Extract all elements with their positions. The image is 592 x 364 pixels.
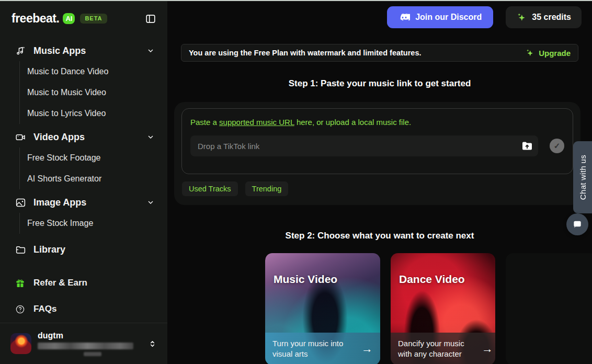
user-menu[interactable]: dugtm — [0, 323, 167, 364]
sidebar-item-label: FAQs — [33, 304, 56, 314]
app-window: freebeat. AI BETA Music Apps — [0, 0, 592, 364]
upgrade-link[interactable]: Upgrade — [525, 48, 571, 58]
check-icon: ✓ — [554, 141, 561, 151]
partially-visible-card[interactable] — [506, 253, 592, 364]
card-footer: Dancify your music with any character → — [391, 333, 495, 364]
music-apps-sublist: Music to Dance Video Music to Music Vide… — [19, 61, 167, 124]
paste-hint: Paste a supported music URL here, or upl… — [190, 118, 564, 127]
credits-label: 35 credits — [532, 13, 571, 22]
section-label: Music Apps — [33, 46, 86, 56]
step2-heading: Step 2: Choose what you want to create n… — [167, 231, 592, 241]
used-tracks-button[interactable]: Used Tracks — [182, 181, 238, 196]
video-camera-icon — [15, 131, 26, 143]
upgrade-label: Upgrade — [539, 49, 571, 58]
panel-left-icon — [145, 13, 156, 25]
sidebar-item-ai-shorts-generator[interactable]: AI Shorts Generator — [20, 168, 167, 189]
gift-icon — [15, 278, 25, 288]
chevron-down-icon — [146, 47, 155, 55]
top-edge-line — [0, 0, 592, 1]
banner-text: You are using the Free Plan with waterma… — [189, 49, 422, 57]
music-video-card[interactable]: Music Video Turn your music into visual … — [265, 253, 380, 364]
arrow-right-icon: → — [482, 342, 493, 356]
brand-logo: freebeat. — [12, 12, 59, 26]
submit-link-button[interactable]: ✓ — [550, 139, 564, 153]
sidebar-item-label: Library — [33, 244, 65, 255]
card-description: Turn your music into visual arts — [272, 338, 351, 360]
user-name: dugtm — [38, 331, 148, 340]
credits-button[interactable]: 35 credits — [506, 6, 582, 28]
main-content: Join our Discord 35 credits You are usin… — [167, 1, 592, 364]
music-link-input-row: ✓ — [190, 135, 564, 156]
trending-button[interactable]: Trending — [245, 181, 289, 196]
card-title: Music Video — [274, 273, 337, 286]
sidebar-secondary-group: Refer & Earn FAQs — [0, 272, 167, 320]
hint-prefix: Paste a — [190, 118, 219, 127]
sidebar-item-label: Refer & Earn — [33, 278, 87, 288]
sidebar-item-free-stock-image[interactable]: Free Stock Image — [20, 213, 167, 234]
sidebar-item-faqs[interactable]: FAQs — [0, 299, 167, 320]
avatar — [10, 333, 31, 354]
sparkle-icon — [525, 48, 534, 58]
sidebar-section-music-apps[interactable]: Music Apps — [0, 40, 167, 61]
chat-bubble-icon — [572, 219, 583, 230]
folder-icon — [15, 244, 26, 255]
sidebar-collapse-button[interactable] — [144, 13, 157, 25]
sidebar-header: freebeat. AI BETA — [0, 1, 167, 26]
sidebar-section-video-apps[interactable]: Video Apps — [0, 127, 167, 147]
dance-video-card[interactable]: Dance Video Dancify your music with any … — [391, 253, 495, 364]
folder-upload-icon — [521, 140, 533, 152]
create-cards-row: Music Video Turn your music into visual … — [167, 253, 592, 364]
sidebar-item-refer-earn[interactable]: Refer & Earn — [0, 272, 167, 293]
ai-badge: AI — [63, 13, 75, 24]
arrow-right-icon: → — [361, 342, 373, 356]
sparkle-icon — [516, 12, 527, 22]
chevrons-up-down-icon — [148, 339, 157, 348]
discord-button-label: Join our Discord — [415, 13, 482, 22]
sidebar: freebeat. AI BETA Music Apps — [0, 1, 167, 364]
section-label: Video Apps — [33, 132, 85, 143]
sidebar-item-free-stock-footage[interactable]: Free Stock Footage — [20, 147, 167, 168]
sidebar-item-music-to-music-video[interactable]: Music to Music Video — [20, 82, 167, 103]
card-description: Dancify your music with any character — [398, 338, 476, 360]
free-plan-banner: You are using the Free Plan with waterma… — [181, 44, 578, 62]
chat-bubble-button[interactable] — [566, 213, 588, 235]
chat-with-us-tab[interactable]: Chat with us — [573, 141, 592, 213]
music-note-icon — [15, 45, 26, 56]
user-info: dugtm — [38, 331, 148, 356]
video-apps-sublist: Free Stock Footage AI Shorts Generator — [19, 147, 167, 189]
sidebar-item-library[interactable]: Library — [0, 239, 167, 260]
image-apps-sublist: Free Stock Image — [19, 213, 167, 234]
step1-panel: Paste a supported music URL here, or upl… — [174, 102, 580, 205]
music-link-card: Paste a supported music URL here, or upl… — [181, 108, 573, 174]
question-circle-icon — [15, 304, 25, 314]
chat-tab-label: Chat with us — [578, 155, 587, 200]
chevron-down-icon — [146, 133, 155, 141]
top-bar: Join our Discord 35 credits — [387, 6, 582, 28]
track-chip-row: Used Tracks Trending — [182, 181, 288, 196]
url-input-wrap — [190, 135, 538, 156]
sidebar-item-music-to-lyrics-video[interactable]: Music to Lyrics Video — [20, 103, 167, 124]
sidebar-item-music-to-dance-video[interactable]: Music to Dance Video — [20, 61, 167, 82]
redacted-email — [38, 343, 133, 349]
discord-icon — [399, 12, 410, 23]
chevron-down-icon — [146, 198, 155, 207]
card-title: Dance Video — [399, 273, 465, 286]
sidebar-section-image-apps[interactable]: Image Apps — [0, 192, 167, 213]
sidebar-nav: Music Apps Music to Dance Video Music to… — [0, 40, 167, 320]
card-footer: Turn your music into visual arts → — [265, 333, 380, 364]
upload-file-button[interactable] — [520, 139, 534, 153]
beta-badge: BETA — [80, 14, 107, 24]
join-discord-button[interactable]: Join our Discord — [387, 6, 493, 28]
music-link-input[interactable] — [190, 135, 538, 156]
section-label: Image Apps — [33, 197, 86, 208]
image-icon — [15, 197, 26, 208]
step1-heading: Step 1: Paste your music link to get sta… — [167, 78, 592, 89]
redacted-text — [84, 352, 101, 356]
supported-music-url-link[interactable]: supported music URL — [219, 118, 294, 127]
hint-suffix: here, or upload a local music file. — [294, 118, 411, 127]
